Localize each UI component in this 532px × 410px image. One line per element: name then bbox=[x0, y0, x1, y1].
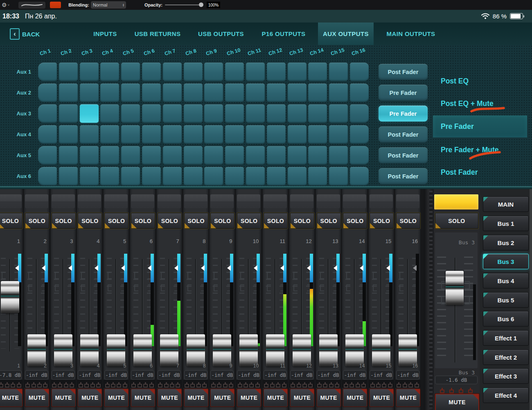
matrix-cell-aux4-ch2[interactable] bbox=[59, 125, 78, 144]
channel-fader-cap[interactable] bbox=[213, 334, 231, 366]
matrix-cell-aux4-ch12[interactable] bbox=[267, 125, 286, 144]
matrix-cell-aux1-ch2[interactable] bbox=[59, 63, 78, 81]
matrix-cell-aux2-ch5[interactable] bbox=[121, 83, 140, 102]
matrix-cell-aux6-ch2[interactable] bbox=[59, 167, 78, 185]
matrix-cell-aux6-ch7[interactable] bbox=[163, 167, 182, 185]
matrix-cell-aux3-ch7[interactable] bbox=[163, 104, 182, 123]
matrix-cell-aux3-ch4[interactable] bbox=[100, 104, 119, 123]
channel-mute-button[interactable]: MUTE bbox=[104, 389, 128, 407]
tab-main-outputs[interactable]: MAIN OUTPUTS bbox=[387, 23, 435, 45]
channel-solo-button[interactable]: SOLO bbox=[25, 213, 49, 229]
matrix-cell-aux6-ch5[interactable] bbox=[121, 167, 140, 185]
matrix-cell-aux4-ch13[interactable] bbox=[288, 125, 307, 144]
channel-solo-button[interactable]: SOLO bbox=[237, 213, 261, 229]
matrix-cell-aux6-ch3[interactable] bbox=[80, 167, 99, 185]
color-swatch[interactable] bbox=[50, 2, 61, 8]
channel-solo-button[interactable]: SOLO bbox=[370, 213, 394, 229]
opacity-slider-knob[interactable] bbox=[199, 2, 203, 7]
matrix-cell-aux1-ch12[interactable] bbox=[267, 63, 286, 81]
channel-fader-cap[interactable] bbox=[133, 334, 152, 366]
matrix-cell-aux5-ch8[interactable] bbox=[184, 146, 203, 164]
channel-solo-button[interactable]: SOLO bbox=[131, 213, 155, 229]
matrix-cell-aux2-ch16[interactable] bbox=[350, 83, 369, 102]
channel-fader-cap[interactable] bbox=[160, 334, 178, 366]
channel-fader-cap[interactable] bbox=[239, 334, 258, 366]
matrix-cell-aux6-ch4[interactable] bbox=[100, 167, 119, 185]
matrix-cell-aux1-ch3[interactable] bbox=[80, 63, 99, 81]
row-mode-button[interactable]: Post Fader bbox=[379, 147, 428, 163]
matrix-cell-aux5-ch12[interactable] bbox=[267, 146, 286, 164]
tab-p16-outputs[interactable]: P16 OUTPUTS bbox=[262, 23, 306, 45]
matrix-cell-aux5-ch13[interactable] bbox=[288, 146, 307, 164]
matrix-cell-aux2-ch4[interactable] bbox=[100, 83, 119, 102]
matrix-cell-aux3-ch8[interactable] bbox=[184, 104, 203, 123]
mode-option[interactable]: Post Fader bbox=[441, 168, 478, 177]
matrix-cell-aux6-ch13[interactable] bbox=[288, 167, 307, 185]
matrix-cell-aux5-ch5[interactable] bbox=[121, 146, 140, 164]
matrix-cell-aux6-ch14[interactable] bbox=[308, 167, 327, 185]
matrix-cell-aux2-ch1[interactable] bbox=[38, 83, 57, 102]
row-mode-button[interactable]: Pre Fader bbox=[379, 85, 428, 101]
channel-mute-button[interactable]: MUTE bbox=[210, 389, 234, 407]
channel-mute-button[interactable]: MUTE bbox=[396, 389, 420, 407]
blending-dropdown[interactable]: Normal ▴▾ bbox=[91, 1, 126, 9]
channel-mute-button[interactable]: MUTE bbox=[52, 389, 76, 407]
channel-mute-button[interactable]: MUTE bbox=[25, 389, 49, 407]
matrix-cell-aux5-ch16[interactable] bbox=[350, 146, 369, 164]
gear-icon[interactable]: ⚙ bbox=[2, 2, 7, 8]
matrix-cell-aux3-ch10[interactable] bbox=[225, 104, 244, 123]
channel-fader-cap[interactable] bbox=[372, 334, 390, 366]
tab-usb-outputs[interactable]: USB OUTPUTS bbox=[198, 23, 244, 45]
channel-solo-button[interactable]: SOLO bbox=[264, 213, 288, 229]
matrix-cell-aux6-ch6[interactable] bbox=[142, 167, 161, 185]
channel-solo-button[interactable]: SOLO bbox=[52, 213, 76, 229]
matrix-cell-aux5-ch4[interactable] bbox=[100, 146, 119, 164]
matrix-cell-aux3-ch12[interactable] bbox=[267, 104, 286, 123]
tab-inputs[interactable]: INPUTS bbox=[93, 23, 117, 45]
bus-select-bus-6[interactable]: Bus 6 bbox=[483, 311, 529, 327]
matrix-cell-aux2-ch3[interactable] bbox=[80, 83, 99, 102]
matrix-cell-aux4-ch4[interactable] bbox=[100, 125, 119, 144]
bus-select-effect-1[interactable]: Effect 1 bbox=[483, 330, 529, 346]
master-solo-button[interactable]: SOLO bbox=[435, 213, 478, 229]
matrix-cell-aux1-ch6[interactable] bbox=[142, 63, 161, 81]
matrix-cell-aux1-ch1[interactable] bbox=[38, 63, 57, 81]
master-mute-button[interactable]: MUTE bbox=[435, 394, 479, 410]
master-fader-cap[interactable] bbox=[446, 271, 464, 305]
bus-select-bus-3[interactable]: Bus 3 bbox=[483, 254, 529, 269]
matrix-cell-aux2-ch15[interactable] bbox=[329, 83, 348, 102]
matrix-cell-aux2-ch11[interactable] bbox=[246, 83, 265, 102]
matrix-cell-aux2-ch13[interactable] bbox=[288, 83, 307, 102]
matrix-cell-aux4-ch1[interactable] bbox=[38, 125, 57, 144]
channel-fader-cap[interactable] bbox=[187, 334, 205, 366]
matrix-cell-aux4-ch5[interactable] bbox=[121, 125, 140, 144]
matrix-cell-aux3-ch11[interactable] bbox=[246, 104, 265, 123]
matrix-cell-aux3-ch9[interactable] bbox=[204, 104, 223, 123]
channel-fader-cap[interactable] bbox=[27, 334, 46, 366]
matrix-cell-aux5-ch2[interactable] bbox=[59, 146, 78, 164]
channel-solo-button[interactable]: SOLO bbox=[184, 213, 208, 229]
channel-solo-button[interactable]: SOLO bbox=[210, 213, 234, 229]
matrix-cell-aux4-ch8[interactable] bbox=[184, 125, 203, 144]
channel-fader-cap[interactable] bbox=[1, 281, 19, 313]
matrix-cell-aux6-ch12[interactable] bbox=[267, 167, 286, 185]
channel-solo-button[interactable]: SOLO bbox=[317, 213, 341, 229]
matrix-cell-aux4-ch6[interactable] bbox=[142, 125, 161, 144]
channel-mute-button[interactable]: MUTE bbox=[184, 389, 208, 407]
matrix-cell-aux1-ch10[interactable] bbox=[225, 63, 244, 81]
bus-select-effect-3[interactable]: Effect 3 bbox=[483, 368, 529, 384]
matrix-cell-aux2-ch6[interactable] bbox=[142, 83, 161, 102]
channel-mute-button[interactable]: MUTE bbox=[237, 389, 261, 407]
matrix-cell-aux4-ch7[interactable] bbox=[163, 125, 182, 144]
matrix-cell-aux5-ch15[interactable] bbox=[329, 146, 348, 164]
channel-fader-cap[interactable] bbox=[107, 334, 125, 366]
matrix-cell-aux1-ch5[interactable] bbox=[121, 63, 140, 81]
row-mode-button[interactable]: Post Fader bbox=[379, 64, 428, 80]
channel-fader-cap[interactable] bbox=[54, 334, 72, 366]
matrix-cell-aux6-ch8[interactable] bbox=[184, 167, 203, 185]
matrix-cell-aux5-ch9[interactable] bbox=[204, 146, 223, 164]
mode-option[interactable]: Pre Fader + Mute bbox=[441, 146, 499, 154]
matrix-cell-aux6-ch15[interactable] bbox=[329, 167, 348, 185]
matrix-cell-aux3-ch15[interactable] bbox=[329, 104, 348, 123]
channel-solo-button[interactable]: SOLO bbox=[343, 213, 367, 229]
